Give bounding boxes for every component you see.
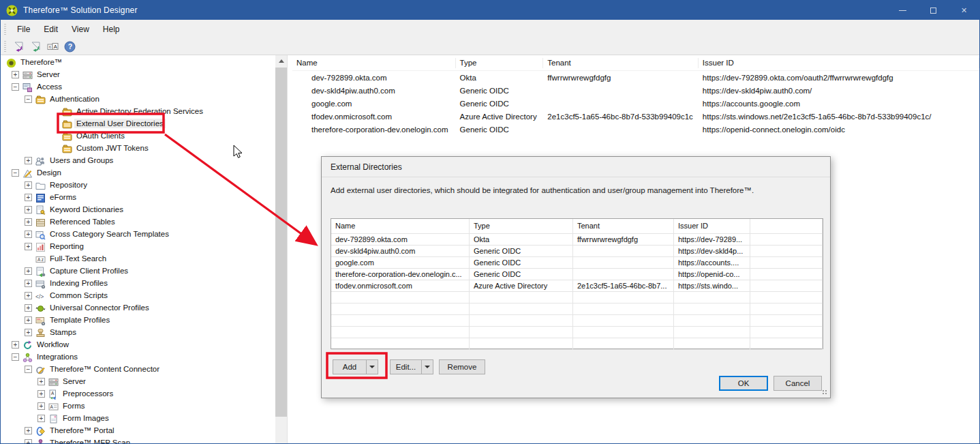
cancel-button[interactable]: Cancel [774, 376, 822, 391]
dialog-empty-row[interactable] [331, 292, 823, 304]
expand-icon[interactable]: + [25, 267, 32, 275]
menu-help[interactable]: Help [96, 21, 127, 38]
tree-item-capture-client-profiles[interactable]: +Capture Client Profiles [1, 265, 275, 278]
expand-icon[interactable]: + [25, 206, 32, 213]
help-icon[interactable]: ? [63, 40, 76, 53]
expand-icon[interactable]: + [25, 280, 32, 287]
tree-item-custom-jwt-tokens[interactable]: Custom JWT Tokens [1, 143, 275, 155]
tree-item-eforms[interactable]: +eForms [1, 192, 275, 204]
tree-item-form-images[interactable]: +Form Images [1, 413, 275, 425]
design-solution-green-icon[interactable] [29, 40, 42, 53]
menu-drag-grip[interactable] [4, 24, 6, 35]
tree-item-users-and-groups[interactable]: +Users and Groups [1, 155, 275, 167]
expand-icon[interactable]: + [25, 292, 32, 299]
tree-item-preprocessors[interactable]: +APreprocessors [1, 388, 275, 400]
dialog-empty-row[interactable] [331, 327, 823, 338]
tree-item-stamps[interactable]: +Stamps [1, 327, 275, 339]
tree-item-cross-category-search-templates[interactable]: +Cross Category Search Templates [1, 228, 275, 241]
directory-row[interactable]: google.comGeneric OIDChttps://accounts.g… [292, 97, 979, 110]
tree-item-repository[interactable]: +Repository [1, 179, 275, 192]
collapse-icon[interactable]: − [12, 353, 19, 361]
tree-item-referenced-tables[interactable]: +Referenced Tables [1, 216, 275, 228]
directory-row[interactable]: therefore-corporation-dev.onelogin.comGe… [292, 123, 979, 136]
tree-item-integrations[interactable]: −Integrations [1, 351, 275, 364]
collapse-icon[interactable]: − [25, 95, 32, 103]
tree-item-keyword-dictionaries[interactable]: +Keyword Dictionaries [1, 204, 275, 216]
remove-button[interactable]: Remove [439, 359, 485, 374]
expand-icon[interactable]: + [37, 390, 45, 398]
tree-item-reporting[interactable]: +Reporting [1, 241, 275, 253]
dialog-empty-row[interactable] [331, 315, 823, 327]
tree-item-full-text-search[interactable]: A zFull-Text Search [1, 253, 275, 265]
tree-item-therefore[interactable]: Therefore™ [1, 57, 275, 69]
expand-icon[interactable]: + [12, 71, 19, 78]
scrollbar-thumb[interactable] [275, 68, 287, 417]
menu-view[interactable]: View [65, 21, 96, 38]
tree-item-access[interactable]: −Access [1, 81, 275, 93]
dialog-directory-row[interactable]: dev-skld4piw.auth0.comGeneric OIDChttps:… [331, 246, 823, 257]
tree-item-external-user-directories[interactable]: External User Directories [1, 118, 275, 130]
ok-button[interactable]: OK [719, 376, 768, 391]
tree-item-therefore-content-connector[interactable]: −Therefore™ Content Connector [1, 364, 275, 376]
expand-icon[interactable]: + [12, 341, 19, 349]
expand-icon[interactable]: + [25, 243, 32, 250]
expand-icon[interactable]: + [25, 231, 32, 238]
minimize-button[interactable] [887, 1, 918, 20]
menu-file[interactable]: File [10, 21, 37, 38]
column-header-type[interactable]: Type [456, 58, 544, 68]
add-button[interactable]: Add [333, 359, 378, 374]
column-header-name[interactable]: Name [292, 58, 456, 68]
tree-item-therefore-mfp-scan[interactable]: +Therefore™ MFP Scan [1, 437, 275, 443]
collapse-icon[interactable]: − [12, 83, 19, 91]
tree-item-active-directory-federation-services[interactable]: Active Directory Federation Services [1, 106, 275, 118]
dialog-column-header-tenant[interactable]: Tenant [573, 219, 674, 234]
directory-row[interactable]: dev-skld4piw.auth0.comGeneric OIDChttps:… [292, 84, 979, 97]
dialog-directory-row[interactable]: google.comGeneric OIDChttps://accounts..… [331, 257, 823, 269]
tree-item-universal-connector-profiles[interactable]: +Universal Connector Profiles [1, 302, 275, 314]
close-button[interactable]: ✕ [949, 1, 979, 20]
tree-item-forms[interactable]: +AForms [1, 400, 275, 413]
expand-icon[interactable]: + [37, 402, 45, 410]
edit-dropdown-arrow-icon[interactable] [421, 360, 433, 374]
maximize-button[interactable] [918, 1, 949, 20]
tree-item-common-scripts[interactable]: +</>Common Scripts [1, 290, 275, 302]
tree-item-design[interactable]: −Design [1, 167, 275, 179]
expand-icon[interactable]: + [25, 194, 32, 201]
dialog-directory-row[interactable]: tfodev.onmicrosoft.comAzure Active Direc… [331, 280, 823, 292]
expand-icon[interactable]: + [25, 427, 32, 434]
design-solution-purple-icon[interactable] [12, 40, 25, 53]
tree-item-server[interactable]: +Server [1, 376, 275, 388]
resize-grip[interactable] [821, 389, 827, 395]
column-header-tenant[interactable]: Tenant [543, 58, 699, 68]
tree-item-oauth-clients[interactable]: OAuth Clients [1, 130, 275, 143]
expand-icon[interactable]: + [25, 329, 32, 336]
directory-row[interactable]: dev-792899.okta.comOktaffwrrwrwrewgfdgfg… [292, 71, 979, 84]
tree-item-authentication[interactable]: −Authentication [1, 93, 275, 106]
expand-icon[interactable]: + [25, 439, 32, 443]
tree-item-template-profiles[interactable]: +Template Profiles [1, 314, 275, 327]
collapse-icon[interactable]: − [12, 169, 19, 177]
dialog-empty-row[interactable] [331, 338, 823, 350]
menu-edit[interactable]: Edit [37, 21, 65, 38]
tree-item-server[interactable]: +Server [1, 69, 275, 81]
edit-button[interactable]: Edit... [390, 359, 433, 374]
directory-row[interactable]: tfodev.onmicrosoft.comAzure Active Direc… [292, 110, 979, 123]
tree-scrollbar[interactable] [275, 55, 287, 443]
rename-language-icon[interactable]: 6A [46, 40, 59, 53]
dialog-column-header-blank[interactable] [750, 219, 823, 234]
expand-icon[interactable]: + [25, 304, 32, 312]
dialog-column-header-name[interactable]: Name [331, 219, 470, 234]
dialog-column-header-type[interactable]: Type [470, 219, 573, 234]
dialog-directory-row[interactable]: therefore-corporation-dev.onelogin.c...G… [331, 269, 823, 280]
dialog-directory-row[interactable]: dev-792899.okta.comOktaffwrrwrwrewgfdgfg… [331, 234, 823, 246]
column-header-issuer-id[interactable]: Issuer ID [699, 58, 979, 68]
scrollbar-up-arrow[interactable] [275, 55, 287, 67]
expand-icon[interactable]: + [37, 415, 45, 422]
add-dropdown-arrow-icon[interactable] [366, 360, 378, 374]
dialog-column-header-issuer-id[interactable]: Issuer ID [674, 219, 750, 234]
collapse-icon[interactable]: − [25, 366, 32, 373]
expand-icon[interactable]: + [25, 218, 32, 226]
expand-icon[interactable]: + [25, 181, 32, 189]
expand-icon[interactable]: + [25, 157, 32, 164]
toolbar-drag-grip[interactable] [4, 41, 6, 52]
